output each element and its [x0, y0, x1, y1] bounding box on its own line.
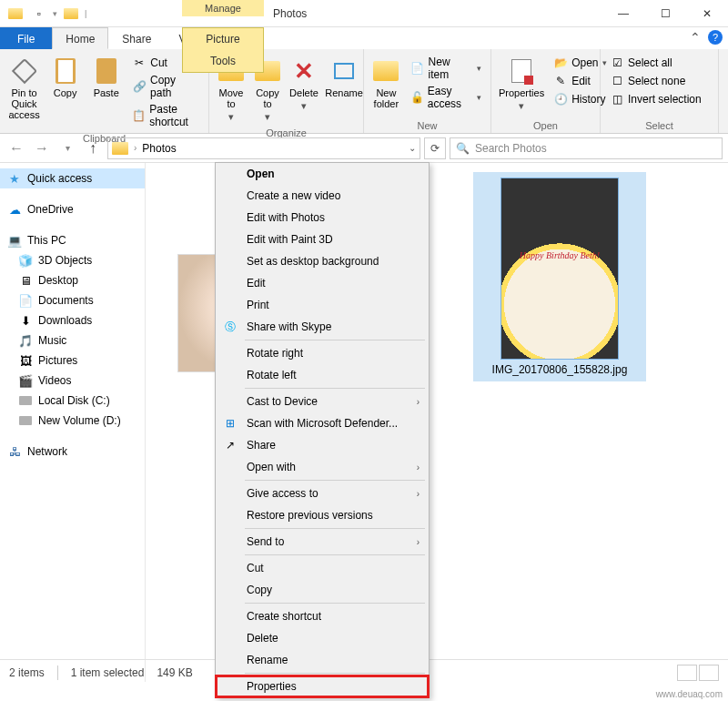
ctx-set-background[interactable]: Set as desktop background [216, 250, 429, 272]
details-view-button[interactable] [677, 665, 697, 681]
ctx-edit-paint3d[interactable]: Edit with Paint 3D [216, 229, 429, 250]
ctx-rotate-right[interactable]: Rotate right [216, 342, 429, 364]
ctx-copy[interactable]: Copy [216, 579, 429, 601]
tab-picture-tools[interactable]: Picture Tools [182, 27, 264, 73]
ctx-share[interactable]: ↗Share [216, 434, 429, 456]
pc-icon: 💻 [7, 233, 22, 248]
ctx-properties[interactable]: Properties [216, 676, 429, 697]
ctx-rotate-left[interactable]: Rotate left [216, 364, 429, 386]
sidebar-quick-access[interactable]: ★Quick access [0, 168, 145, 188]
easy-access-icon: 🔓 [410, 90, 424, 105]
ctx-edit-photos[interactable]: Edit with Photos [216, 207, 429, 229]
minimize-button[interactable]: — [602, 0, 644, 27]
ctx-cast-to-device[interactable]: Cast to Device› [216, 391, 429, 412]
view-toggle [677, 665, 719, 681]
invert-selection-button[interactable]: ◫Invert selection [608, 91, 703, 107]
copy-button[interactable]: Copy [46, 53, 84, 102]
properties-button[interactable]: Properties▾ [497, 53, 546, 115]
group-label: Open [497, 118, 594, 131]
3d-icon: 🧊 [18, 253, 33, 268]
ctx-open[interactable]: Open [216, 163, 429, 185]
ctx-create-shortcut[interactable]: Create shortcut [216, 605, 429, 627]
paste-shortcut-button[interactable]: 📋Paste shortcut [130, 102, 201, 129]
refresh-button[interactable]: ⟳ [424, 137, 446, 159]
ctx-open-with[interactable]: Open with› [216, 456, 429, 478]
sidebar-pictures[interactable]: 🖼Pictures [0, 350, 145, 371]
tab-share[interactable]: Share [108, 27, 165, 49]
easy-access-button[interactable]: 🔓Easy access ▾ [409, 84, 483, 111]
defender-icon: ⊞ [223, 416, 238, 431]
copy-path-button[interactable]: 🔗Copy path [130, 73, 201, 100]
rename-button[interactable]: Rename [324, 53, 364, 102]
status-size: 149 KB [157, 666, 192, 679]
sidebar-this-pc[interactable]: 💻This PC [0, 230, 145, 250]
shortcut-icon: 📋 [132, 108, 146, 123]
network-icon: 🖧 [7, 444, 22, 459]
thumbnails-view-button[interactable] [699, 665, 719, 681]
sidebar-videos[interactable]: 🎬Videos [0, 371, 145, 391]
new-item-button[interactable]: 📄New item ▾ [409, 55, 483, 82]
pictures-icon: 🖼 [18, 353, 33, 368]
title-bar: ▫ ▾ | Manage Photos — ☐ ✕ [0, 0, 728, 27]
recent-locations-button[interactable]: ▾ [56, 137, 78, 159]
sidebar-onedrive[interactable]: ☁OneDrive [0, 199, 145, 219]
search-input[interactable]: 🔍 Search Photos [450, 137, 723, 159]
sidebar-network[interactable]: 🖧Network [0, 442, 145, 462]
file-item-selected[interactable]: Happy Birthday Beth! IMG_20170806_155828… [473, 172, 646, 381]
ctx-edit[interactable]: Edit [216, 272, 429, 294]
sidebar-3d-objects[interactable]: 🧊3D Objects [0, 250, 145, 270]
select-none-icon: ☐ [610, 74, 624, 88]
ctx-rename[interactable]: Rename [216, 649, 429, 671]
sidebar-documents[interactable]: 📄Documents [0, 290, 145, 310]
ctx-print[interactable]: Print [216, 294, 429, 316]
folder-icon[interactable] [5, 4, 25, 24]
ctx-create-video[interactable]: Create a new video [216, 185, 429, 207]
chevron-down-icon[interactable]: ⌄ [409, 143, 416, 153]
properties-icon [507, 56, 536, 86]
paste-button[interactable]: Paste [87, 53, 125, 102]
sidebar-downloads[interactable]: ⬇Downloads [0, 310, 145, 330]
pin-to-quick-access-button[interactable]: Pin to Quick access [5, 53, 43, 124]
maximize-button[interactable]: ☐ [644, 0, 686, 27]
star-icon: ★ [7, 171, 22, 186]
sidebar-music[interactable]: 🎵Music [0, 330, 145, 350]
downloads-icon: ⬇ [18, 313, 33, 328]
tab-home[interactable]: Home [52, 27, 108, 49]
ctx-scan-defender[interactable]: ⊞Scan with Microsoft Defender... [216, 412, 429, 434]
close-button[interactable]: ✕ [686, 0, 728, 27]
new-folder-button[interactable]: New folder [369, 53, 403, 113]
breadcrumb[interactable]: Photos [142, 142, 176, 155]
collapse-ribbon-icon[interactable]: ⌃ [690, 30, 701, 45]
quick-access-toolbar: ▫ ▾ | [0, 4, 92, 24]
ctx-restore-versions[interactable]: Restore previous versions [216, 504, 429, 526]
select-all-button[interactable]: ☑Select all [608, 55, 703, 71]
delete-button[interactable]: ✕ Delete▾ [288, 53, 320, 115]
ctx-cut[interactable]: Cut [216, 557, 429, 579]
select-none-button[interactable]: ☐Select none [608, 73, 703, 89]
drive-icon [18, 393, 33, 408]
ctx-delete[interactable]: Delete [216, 627, 429, 649]
scissors-icon: ✂ [132, 56, 147, 70]
search-icon: 🔍 [456, 142, 470, 155]
tab-file[interactable]: File [0, 27, 52, 49]
help-icon[interactable]: ? [708, 30, 723, 45]
address-bar-row: ← → ▾ ↑ › Photos ⌄ ⟳ 🔍 Search Photos [0, 134, 728, 163]
address-bar[interactable]: › Photos ⌄ [107, 137, 420, 159]
submenu-arrow-icon: › [417, 462, 420, 472]
paste-icon [92, 56, 121, 86]
sidebar-local-disk-c[interactable]: Local Disk (C:) [0, 391, 145, 411]
sidebar-desktop[interactable]: 🖥Desktop [0, 270, 145, 290]
ctx-send-to[interactable]: Send to› [216, 531, 429, 553]
ctx-share-skype[interactable]: ⓈShare with Skype [216, 316, 429, 338]
new-folder-icon [371, 56, 400, 86]
forward-button[interactable]: → [31, 137, 53, 159]
qat-item[interactable] [61, 4, 81, 24]
path-icon: 🔗 [132, 79, 147, 94]
sidebar-new-volume-d[interactable]: New Volume (D:) [0, 411, 145, 431]
ctx-give-access[interactable]: Give access to› [216, 483, 429, 504]
qat-item[interactable]: ▫ [29, 4, 49, 24]
chevron-down-icon[interactable]: ▾ [53, 9, 57, 18]
back-button[interactable]: ← [5, 137, 27, 159]
up-button[interactable]: ↑ [82, 137, 104, 159]
status-item-count: 2 items [9, 666, 45, 679]
